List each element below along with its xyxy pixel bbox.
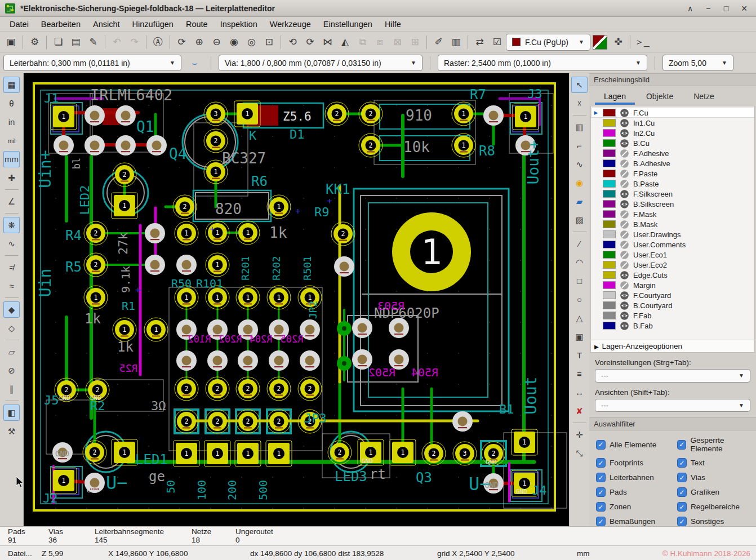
layer-row-f-paste[interactable]: F.Paste	[591, 168, 754, 179]
eye-closed-icon[interactable]	[620, 220, 629, 229]
layer-row-b-paste[interactable]: B.Paste	[591, 179, 754, 189]
layer-color-swatch[interactable]	[603, 291, 616, 299]
grid-dots-button[interactable]: ▦	[3, 77, 20, 93]
net-highlight-dim-button[interactable]: ≈	[3, 278, 20, 294]
layer-color-swatch[interactable]	[603, 312, 616, 319]
layer-color-swatch[interactable]	[603, 119, 616, 127]
eye-closed-icon[interactable]	[620, 159, 629, 168]
save-button[interactable]: ▣	[3, 34, 19, 50]
eye-closed-icon[interactable]	[620, 210, 629, 219]
eye-closed-icon[interactable]	[620, 169, 629, 179]
eye-open-icon[interactable]	[620, 139, 629, 148]
layer-color-swatch[interactable]	[603, 210, 616, 218]
drill-origin-tool-button[interactable]: ✛	[571, 426, 588, 443]
checkbox-zonen[interactable]: ✓	[596, 502, 606, 512]
menu-item-hinzufügen[interactable]: Hinzufügen	[126, 18, 180, 30]
zoom-fit-objects-button[interactable]: ◎	[243, 34, 260, 50]
pcb-canvas[interactable]: 3212212122121112111111111222222222222222…	[24, 73, 569, 526]
layer-color-swatch[interactable]	[603, 159, 616, 167]
sketch-tracks-button[interactable]: ∥	[3, 381, 20, 397]
add-footprint-tool-button[interactable]: ▥	[571, 119, 588, 135]
route-tracks-tool-button[interactable]: ⌐	[571, 137, 588, 154]
scripting-console-button[interactable]: ＞_	[634, 34, 650, 50]
tab-objekte[interactable]: Objekte	[637, 90, 682, 105]
layer-color-swatch[interactable]	[603, 200, 616, 208]
viewports-dropdown[interactable]: --- ▼	[595, 399, 750, 412]
layer-color-swatch[interactable]	[603, 230, 616, 238]
ratsnest-visibility-button[interactable]: ❋	[3, 217, 20, 233]
menu-item-datei[interactable]: Datei	[3, 18, 35, 30]
layer-color-swatch[interactable]	[603, 220, 616, 228]
unlock-button[interactable]: ⊞	[407, 34, 423, 50]
measure-tool-button[interactable]: ⤡	[571, 445, 588, 461]
curved-ratsnest-button[interactable]: ∿	[3, 235, 20, 252]
layer-row-f-mask[interactable]: F.Mask	[591, 209, 754, 219]
add-zone-tool-button[interactable]: ▰	[571, 193, 588, 210]
layer-color-swatch[interactable]	[603, 109, 616, 117]
library-browser-button[interactable]: ▥	[448, 34, 464, 50]
checkbox-vias[interactable]: ✓	[677, 473, 687, 482]
hide-ratsnest-net-button[interactable]: ≉	[3, 259, 20, 275]
add-image-tool-button[interactable]: ▣	[571, 328, 588, 345]
sketch-pads-button[interactable]: ⊘	[3, 362, 20, 379]
design-rules-check-button[interactable]: ☑	[489, 34, 505, 50]
layer-color-swatch[interactable]	[603, 190, 616, 198]
eye-closed-icon[interactable]	[620, 230, 629, 239]
checkbox-gesperrte-elemente[interactable]: ✓	[677, 440, 686, 450]
layer-row-user-comments[interactable]: User.Comments	[591, 239, 754, 250]
eye-open-icon[interactable]	[620, 189, 629, 199]
eye-closed-icon[interactable]	[620, 281, 629, 290]
menu-item-ansicht[interactable]: Ansicht	[87, 18, 126, 30]
checkbox-text[interactable]: ✓	[677, 458, 687, 468]
menu-item-bearbeiten[interactable]: Bearbeiten	[35, 18, 87, 30]
auto-track-width-toggle[interactable]: ⌣	[186, 55, 203, 71]
track-width-dropdown[interactable]: Leiterbahn: 0,300 mm (0,01181 in) ▼	[3, 55, 181, 71]
eye-closed-icon[interactable]	[620, 260, 629, 270]
edit-footprints-button[interactable]: ✐	[430, 34, 447, 50]
add-via-tool-button[interactable]: ◉	[571, 175, 588, 191]
layer-display-options[interactable]: ▶ Lagen-Anzeigeoptionen	[590, 340, 755, 353]
layer-color-swatch[interactable]	[603, 241, 616, 248]
layer-pair-indicator[interactable]	[593, 35, 607, 50]
layer-color-swatch[interactable]	[603, 180, 616, 188]
layer-color-swatch[interactable]	[603, 281, 616, 289]
checkbox-pads[interactable]: ✓	[596, 487, 606, 497]
redo-button[interactable]: ↷	[126, 34, 143, 50]
grid-dropdown[interactable]: Raster: 2,5400 mm (0,1000 in) ▼	[438, 55, 647, 71]
eye-open-icon[interactable]	[620, 128, 629, 138]
high-contrast-mode-button[interactable]: ◧	[3, 405, 20, 421]
rule-area-tool-button[interactable]: ▨	[571, 212, 588, 228]
eye-open-icon[interactable]	[620, 199, 629, 209]
ungroup-button[interactable]: ⧈	[372, 34, 388, 50]
layer-color-swatch[interactable]	[603, 139, 616, 147]
layer-color-swatch[interactable]	[603, 271, 616, 279]
zoom-out-button[interactable]: ⊖	[208, 34, 225, 50]
via-size-dropdown[interactable]: Via: 1,800 / 0,800 mm (0,07087 / 0,03150…	[219, 55, 423, 71]
eye-closed-icon[interactable]	[620, 250, 629, 260]
draw-line-tool-button[interactable]: ∕	[571, 235, 588, 252]
checkbox-sonstiges[interactable]: ✓	[677, 517, 687, 526]
shade-button[interactable]: ∧	[685, 4, 695, 13]
layer-row-in2-cu[interactable]: In2.Cu	[591, 128, 754, 138]
units-mm-button[interactable]: mm	[3, 151, 20, 167]
flip-button[interactable]: ⋈	[319, 34, 336, 50]
tab-netze[interactable]: Netze	[684, 90, 723, 105]
layer-row-f-adhesive[interactable]: F.Adhesive	[591, 148, 754, 158]
menu-item-hilfe[interactable]: Hilfe	[379, 18, 407, 30]
maximize-button[interactable]: □	[721, 4, 731, 13]
draw-polygon-tool-button[interactable]: △	[571, 310, 588, 326]
eye-open-icon[interactable]	[620, 118, 629, 128]
menu-item-einstellungen[interactable]: Einstellungen	[317, 18, 379, 30]
layer-row-b-cu[interactable]: B.Cu	[591, 138, 754, 148]
eye-closed-icon[interactable]	[620, 149, 629, 158]
menu-item-route[interactable]: Route	[180, 18, 214, 30]
zone-fill-display-button[interactable]: ◆	[3, 301, 20, 318]
minimize-button[interactable]: −	[703, 4, 713, 13]
refresh-button[interactable]: ⟳	[174, 34, 190, 50]
select-tool-button[interactable]: ↖	[571, 77, 588, 93]
layer-selector-dropdown[interactable]: F.Cu (PgUp) ▼	[506, 34, 590, 51]
page-settings-button[interactable]: ❏	[50, 34, 66, 50]
checkbox-grafiken[interactable]: ✓	[677, 487, 687, 497]
add-textbox-tool-button[interactable]: ≡	[571, 366, 588, 382]
layer-row-edge-cuts[interactable]: Edge.Cuts	[591, 270, 754, 280]
